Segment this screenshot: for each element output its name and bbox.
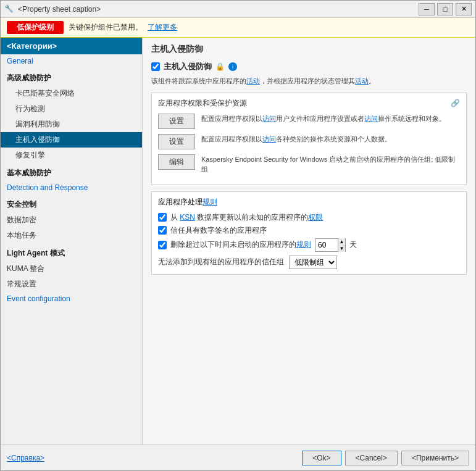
sidebar-item-local-tasks[interactable]: 本地任务 xyxy=(1,228,142,243)
settings-row-1: 设置 配置应用程序权限以访问用户文件和应用程序设置或者访问操作系统远程和对象。 xyxy=(158,114,460,129)
settings-desc-2: 配置应用程序权限以访问各种类别的操作系统资源和个人数据。 xyxy=(201,134,460,144)
check-delete-inline: 删除超过以下时间未启动的应用程序的规则 ▲ ▼ 天 xyxy=(170,238,357,252)
check-signed-label: 信任具有数字签名的应用程序 xyxy=(170,225,267,236)
sidebar: <Категории> General 高级威胁防护 卡巴斯基安全网络 行为检测… xyxy=(1,38,143,444)
sidebar-item-light-agent: Light Agent 模式 xyxy=(1,246,142,261)
trust-row: 无法添加到现有组的应用程序的信任组 低限制组 高限制组 不信任组 信任组 xyxy=(158,256,460,269)
window-title: <Property sheet caption> xyxy=(18,5,419,14)
sidebar-item-detection-response[interactable]: Detection and Response xyxy=(1,181,142,194)
module-title: 主机入侵防御 xyxy=(164,61,212,72)
check-row-1: 从 KSN 数据库更新以前未知的应用程序的权限 xyxy=(158,212,460,223)
check-delete-rules[interactable] xyxy=(158,241,167,249)
settings-link-1a[interactable]: 访问 xyxy=(262,115,276,122)
cancel-button[interactable]: <Cancel> xyxy=(345,451,398,465)
sidebar-item-data-encryption[interactable]: 数据加密 xyxy=(1,212,142,228)
processing-rules-link[interactable]: 规则 xyxy=(203,198,217,206)
close-button[interactable]: ✕ xyxy=(456,3,472,15)
content-title: 主机入侵防御 xyxy=(151,44,467,55)
sidebar-item-kaspersky-network[interactable]: 卡巴斯基安全网络 xyxy=(1,86,142,101)
spin-up-button[interactable]: ▲ xyxy=(338,238,345,245)
warning-bar: 低保护级别 关键保护组件已禁用。 了解更多 xyxy=(1,18,475,38)
processing-section-title: 应用程序处理规则 xyxy=(158,197,460,207)
resources-title-text: 应用程序权限和受保护资源 xyxy=(158,98,247,109)
settings-row-2: 设置 配置应用程序权限以访问各种类别的操作系统资源和个人数据。 xyxy=(158,134,460,149)
warning-learn-more-link[interactable]: 了解更多 xyxy=(148,22,177,33)
sidebar-item-exploit-prevention[interactable]: 漏洞利用防御 xyxy=(1,117,142,132)
sidebar-item-security-control: 安全控制 xyxy=(1,197,142,212)
apply-button[interactable]: <Применить> xyxy=(401,451,469,465)
check-ksn-label: 从 KSN 数据库更新以前未知的应用程序的权限 xyxy=(170,212,323,223)
trust-row-label: 无法添加到现有组的应用程序的信任组 xyxy=(158,257,284,267)
settings-link-2a[interactable]: 访问 xyxy=(262,135,276,143)
maximize-button[interactable]: □ xyxy=(437,3,453,15)
ksn-link[interactable]: KSN xyxy=(180,213,195,222)
settings-btn-2[interactable]: 设置 xyxy=(158,134,195,149)
lock-icon: 🔒 xyxy=(215,62,225,71)
check-row-3: 删除超过以下时间未启动的应用程序的规则 ▲ ▼ 天 xyxy=(158,238,460,252)
title-bar: 🔧 <Property sheet caption> ─ □ ✕ xyxy=(1,1,475,18)
sidebar-item-general[interactable]: General xyxy=(1,54,142,68)
settings-btn-1[interactable]: 设置 xyxy=(158,114,195,129)
minimize-button[interactable]: ─ xyxy=(419,3,435,15)
main-area: <Категории> General 高级威胁防护 卡巴斯基安全网络 行为检测… xyxy=(1,38,475,444)
processing-section: 应用程序处理规则 从 KSN 数据库更新以前未知的应用程序的权限 信任具有数字签… xyxy=(151,191,467,275)
rules-link[interactable]: 规则 xyxy=(296,240,311,249)
sidebar-item-advanced-threat: 高级威胁防护 xyxy=(1,70,142,86)
module-desc-link2[interactable]: 活动 xyxy=(355,77,369,85)
module-enable-checkbox[interactable] xyxy=(151,62,160,71)
bottom-bar: <Справка> <Ok> <Cancel> <Применить> xyxy=(1,444,475,470)
title-bar-controls: ─ □ ✕ xyxy=(419,3,472,15)
days-unit-label: 天 xyxy=(349,240,357,250)
sidebar-item-basic-threat: 基本威胁防护 xyxy=(1,165,142,181)
info-icon[interactable]: i xyxy=(228,62,237,71)
sidebar-item-event-config[interactable]: Event configuration xyxy=(1,292,142,306)
window-icon: 🔧 xyxy=(4,4,14,14)
days-value-input[interactable] xyxy=(315,239,338,251)
check-signed[interactable] xyxy=(158,226,167,235)
permissions-link[interactable]: 权限 xyxy=(308,213,323,222)
help-link[interactable]: <Справка> xyxy=(7,454,44,462)
spin-arrows: ▲ ▼ xyxy=(338,238,345,252)
sidebar-item-general-settings[interactable]: 常规设置 xyxy=(1,277,142,292)
sidebar-item-behavior-detection[interactable]: 行为检测 xyxy=(1,101,142,117)
spin-down-button[interactable]: ▼ xyxy=(338,245,345,252)
content-area: 主机入侵防御 主机入侵防御 🔒 i 该组件将跟踪系统中应用程序的活动，并根据应用… xyxy=(143,38,475,444)
days-spin-input: ▲ ▼ xyxy=(315,238,346,252)
module-description: 该组件将跟踪系统中应用程序的活动，并根据应用程序的状态管理其活动。 xyxy=(151,76,467,86)
main-window: 🔧 <Property sheet caption> ─ □ ✕ 低保护级别 关… xyxy=(0,0,476,471)
trust-group-select[interactable]: 低限制组 高限制组 不信任组 信任组 xyxy=(289,256,337,269)
warning-text: 关键保护组件已禁用。 xyxy=(69,22,143,33)
ok-button[interactable]: <Ok> xyxy=(302,451,341,465)
sidebar-item-kuma[interactable]: KUMA 整合 xyxy=(1,261,142,277)
sidebar-item-host-intrusion[interactable]: 主机入侵防御 xyxy=(1,132,142,148)
settings-btn-3[interactable]: 编辑 xyxy=(158,154,195,170)
resources-section-icon: 🔗 xyxy=(451,99,460,107)
check-ksn[interactable] xyxy=(158,213,167,222)
check-delete-label: 删除超过以下时间未启动的应用程序的规则 ▲ ▼ 天 xyxy=(170,238,357,252)
bottom-buttons: <Ok> <Cancel> <Применить> xyxy=(302,451,469,465)
settings-desc-1: 配置应用程序权限以访问用户文件和应用程序设置或者访问操作系统远程和对象。 xyxy=(201,114,460,124)
check-delete-text: 删除超过以下时间未启动的应用程序的规则 xyxy=(170,240,311,250)
check-row-2: 信任具有数字签名的应用程序 xyxy=(158,225,460,236)
module-header: 主机入侵防御 🔒 i xyxy=(151,61,467,72)
settings-desc-3: Kaspersky Endpoint Security for Windows … xyxy=(201,154,460,175)
sidebar-item-remediation-engine[interactable]: 修复引擎 xyxy=(1,148,142,163)
warning-badge: 低保护级别 xyxy=(7,21,64,34)
settings-row-3: 编辑 Kaspersky Endpoint Security for Windo… xyxy=(158,154,460,175)
settings-link-1b[interactable]: 访问 xyxy=(364,115,378,122)
module-desc-link1[interactable]: 活动 xyxy=(246,77,260,85)
resources-section: 应用程序权限和受保护资源 🔗 设置 配置应用程序权限以访问用户文件和应用程序设置… xyxy=(151,93,467,185)
sidebar-header: <Категории> xyxy=(1,38,142,54)
resources-section-title: 应用程序权限和受保护资源 🔗 xyxy=(158,98,460,109)
